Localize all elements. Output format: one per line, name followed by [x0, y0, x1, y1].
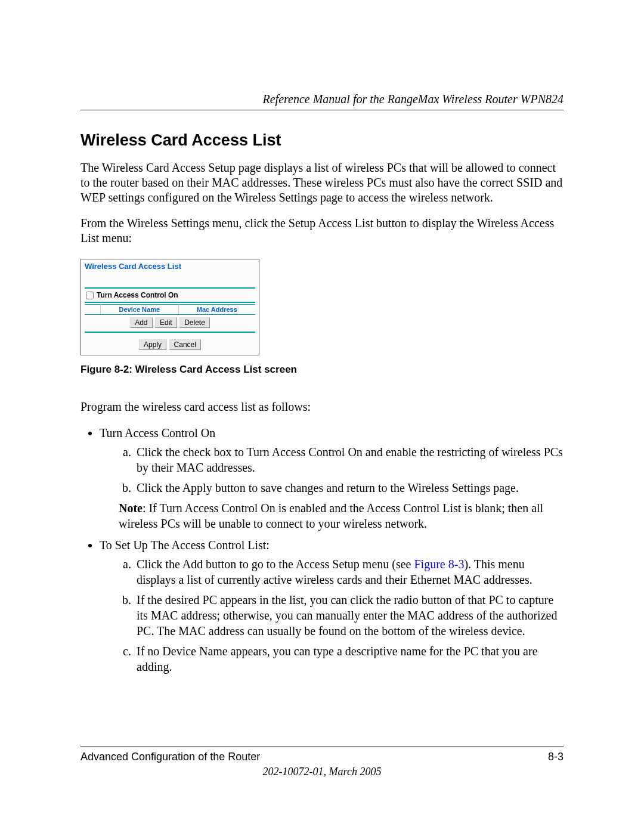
- step-1b: Click the Apply button to save changes a…: [134, 480, 564, 496]
- bullet-setup-list: To Set Up The Access Control List: Click…: [100, 537, 564, 674]
- section-heading: Wireless Card Access List: [80, 131, 564, 150]
- col-device-name: Device Name: [101, 305, 179, 315]
- panel-title: Wireless Card Access List: [85, 262, 255, 271]
- step-2c: If no Device Name appears, you can type …: [134, 643, 564, 674]
- instruction-list: Turn Access Control On Click the check b…: [80, 425, 564, 674]
- step-2a: Click the Add button to go to the Access…: [134, 556, 564, 587]
- col-select: [85, 305, 101, 315]
- access-list-panel: Wireless Card Access List Turn Access Co…: [80, 259, 259, 355]
- note-text: : If Turn Access Control On is enabled a…: [119, 501, 543, 530]
- bullet2-steps: Click the Add button to go to the Access…: [100, 556, 564, 674]
- note-label: Note: [119, 501, 143, 515]
- bullet1-steps: Click the check box to Turn Access Contr…: [100, 444, 564, 496]
- manual-title: Reference Manual for the RangeMax Wirele…: [262, 92, 564, 106]
- step-1a: Click the check box to Turn Access Contr…: [134, 444, 564, 475]
- turn-access-control-label: Turn Access Control On: [97, 291, 178, 299]
- page-header: Reference Manual for the RangeMax Wirele…: [80, 92, 564, 110]
- table-button-row: Add Edit Delete: [85, 315, 255, 333]
- edit-button[interactable]: Edit: [155, 317, 177, 328]
- access-control-row: Turn Access Control On: [85, 287, 255, 303]
- device-table: Device Name Mac Address: [85, 304, 255, 315]
- add-button[interactable]: Add: [130, 317, 152, 328]
- intro-paragraph-2: From the Wireless Settings menu, click t…: [80, 216, 564, 246]
- footer-docid: 202-10072-01, March 2005: [80, 766, 564, 778]
- intro-paragraph-1: The Wireless Card Access Setup page disp…: [80, 160, 564, 205]
- panel-button-row: Apply Cancel: [85, 339, 255, 350]
- instructions-intro: Program the wireless card access list as…: [80, 400, 564, 414]
- cancel-button[interactable]: Cancel: [169, 339, 201, 350]
- apply-button[interactable]: Apply: [139, 339, 166, 350]
- figure-8-3-link[interactable]: Figure 8-3: [414, 558, 465, 571]
- footer-left: Advanced Configuration of the Router: [80, 751, 260, 763]
- page-footer: Advanced Configuration of the Router 8-3…: [80, 747, 564, 778]
- step-2b: If the desired PC appears in the list, y…: [134, 592, 564, 639]
- step-2a-pre: Click the Add button to go to the Access…: [137, 558, 414, 571]
- bullet2-text: To Set Up The Access Control List:: [100, 538, 270, 552]
- footer-page-number: 8-3: [548, 751, 564, 763]
- col-mac-address: Mac Address: [178, 305, 255, 315]
- turn-access-control-checkbox[interactable]: [86, 292, 94, 299]
- bullet-turn-on: Turn Access Control On Click the check b…: [100, 425, 564, 531]
- delete-button[interactable]: Delete: [179, 317, 210, 328]
- note-block: Note: If Turn Access Control On is enabl…: [119, 500, 564, 531]
- figure-caption: Figure 8-2: Wireless Card Access List sc…: [80, 364, 564, 376]
- bullet1-text: Turn Access Control On: [100, 426, 215, 439]
